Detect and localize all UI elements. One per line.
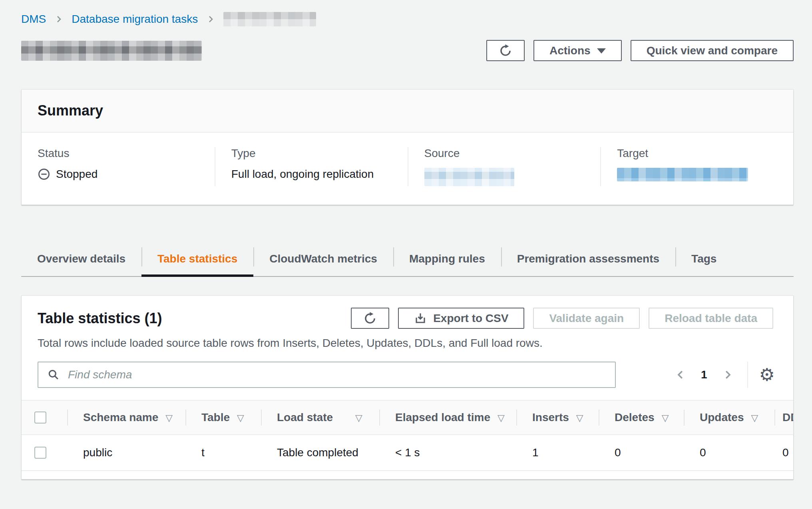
refresh-button[interactable] bbox=[486, 40, 525, 61]
column-header-updates[interactable]: Updates▽ bbox=[684, 400, 774, 435]
reload-label: Reload table data bbox=[665, 312, 757, 325]
reload-table-data-button[interactable]: Reload table data bbox=[649, 308, 773, 329]
breadcrumb: DMS Database migration tasks bbox=[21, 0, 794, 26]
summary-title: Summary bbox=[22, 89, 793, 133]
quick-view-compare-button[interactable]: Quick view and compare bbox=[631, 40, 794, 61]
table-refresh-button[interactable] bbox=[351, 308, 389, 329]
cell-schema-name: public bbox=[67, 435, 185, 471]
gear-icon: ⚙ bbox=[759, 364, 775, 385]
table-statistics-description: Total rows include loaded source table r… bbox=[22, 329, 793, 350]
download-icon bbox=[414, 312, 427, 325]
page-header: Actions Quick view and compare bbox=[21, 40, 794, 61]
column-label: Load state bbox=[277, 411, 333, 424]
chevron-right-icon bbox=[722, 369, 734, 381]
table-header-row: Schema name▽ Table▽ Load state▽ Elapsed … bbox=[22, 400, 793, 435]
summary-target: Target bbox=[600, 147, 793, 186]
dms-task-page: DMS Database migration tasks bbox=[0, 0, 812, 509]
source-endpoint-link-redacted[interactable] bbox=[424, 168, 514, 186]
pagination: 1 bbox=[675, 368, 734, 381]
search-icon bbox=[47, 368, 60, 381]
breadcrumb-chevron-icon bbox=[54, 14, 64, 24]
table-toolbar: 1 ⚙ bbox=[22, 350, 793, 400]
card-bottom-padding bbox=[22, 471, 793, 479]
breadcrumb-chevron-icon bbox=[206, 14, 215, 24]
caret-down-icon bbox=[597, 48, 606, 54]
type-value: Full load, ongoing replication bbox=[231, 168, 396, 181]
validate-label: Validate again bbox=[549, 312, 624, 325]
task-tabs: Overview details Table statistics CloudW… bbox=[21, 242, 794, 277]
status-value: Stopped bbox=[56, 168, 98, 181]
table-statistics-title: Table statistics (1) bbox=[38, 308, 162, 327]
target-endpoint-link-redacted[interactable] bbox=[617, 168, 748, 181]
actions-button-label: Actions bbox=[549, 44, 591, 57]
sort-icon: ▽ bbox=[237, 413, 244, 423]
column-header-load-state[interactable]: Load state▽ bbox=[261, 400, 379, 435]
summary-status: Status Stopped bbox=[22, 147, 215, 186]
sort-icon: ▽ bbox=[498, 413, 505, 423]
search-input[interactable] bbox=[67, 368, 606, 382]
summary-card: Summary Status Stopped bbox=[21, 89, 794, 205]
column-label: Elapsed load time bbox=[395, 411, 490, 424]
tab-premigration-assessments[interactable]: Premigration assessments bbox=[501, 242, 675, 276]
breadcrumb-link-tasks[interactable]: Database migration tasks bbox=[72, 13, 198, 26]
column-header-ddls[interactable]: DDLs bbox=[774, 400, 793, 435]
column-label: DDLs bbox=[782, 411, 793, 424]
quick-view-label: Quick view and compare bbox=[647, 44, 778, 57]
table-row: public t Table completed < 1 s 1 0 0 0 bbox=[22, 435, 793, 471]
breadcrumb-link-dms[interactable]: DMS bbox=[21, 13, 46, 26]
header-buttons: Actions Quick view and compare bbox=[486, 40, 794, 61]
refresh-icon bbox=[363, 311, 377, 326]
column-header-table[interactable]: Table▽ bbox=[185, 400, 261, 435]
summary-type: Type Full load, ongoing replication bbox=[215, 147, 408, 186]
summary-body: Status Stopped Type Full load, ongoing bbox=[22, 133, 793, 205]
type-label: Type bbox=[231, 147, 396, 160]
source-label: Source bbox=[424, 147, 589, 160]
chevron-left-icon bbox=[675, 369, 687, 381]
previous-page-button[interactable] bbox=[675, 369, 687, 381]
table-statistics-card: Table statistics (1) bbox=[21, 295, 794, 479]
stop-icon bbox=[38, 168, 50, 181]
toolbar-divider bbox=[747, 362, 748, 388]
cell-table: t bbox=[185, 435, 261, 471]
row-checkbox[interactable] bbox=[34, 447, 46, 459]
cell-inserts: 1 bbox=[516, 435, 599, 471]
select-all-checkbox[interactable] bbox=[34, 412, 46, 424]
column-label: Inserts bbox=[532, 411, 569, 424]
table-statistics-table: Schema name▽ Table▽ Load state▽ Elapsed … bbox=[22, 400, 793, 471]
column-header-deletes[interactable]: Deletes▽ bbox=[599, 400, 684, 435]
actions-button[interactable]: Actions bbox=[533, 40, 622, 61]
tab-mapping-rules[interactable]: Mapping rules bbox=[393, 242, 501, 276]
column-header-elapsed-load-time[interactable]: Elapsed load time▽ bbox=[379, 400, 516, 435]
sort-icon: ▽ bbox=[576, 413, 583, 423]
sort-icon: ▽ bbox=[751, 413, 758, 423]
breadcrumb-current-redacted bbox=[223, 12, 316, 26]
cell-deletes: 0 bbox=[599, 435, 684, 471]
column-label: Schema name bbox=[83, 411, 158, 424]
column-header-schema-name[interactable]: Schema name▽ bbox=[67, 400, 185, 435]
tab-tags[interactable]: Tags bbox=[675, 242, 732, 276]
tab-table-statistics[interactable]: Table statistics bbox=[141, 242, 253, 276]
sort-icon: ▽ bbox=[165, 413, 173, 423]
column-label: Table bbox=[201, 411, 230, 424]
cell-ddls: 0 bbox=[774, 435, 793, 471]
next-page-button[interactable] bbox=[722, 369, 734, 381]
column-header-inserts[interactable]: Inserts▽ bbox=[516, 400, 599, 435]
status-label: Status bbox=[38, 147, 203, 160]
preferences-button[interactable]: ⚙ bbox=[759, 366, 775, 384]
tab-cloudwatch-metrics[interactable]: CloudWatch metrics bbox=[253, 242, 393, 276]
refresh-icon bbox=[498, 44, 513, 58]
export-to-csv-button[interactable]: Export to CSV bbox=[398, 308, 524, 329]
target-label: Target bbox=[617, 147, 781, 160]
task-name-redacted bbox=[21, 41, 202, 61]
sort-icon: ▽ bbox=[355, 413, 362, 423]
table-statistics-buttons: Export to CSV Validate again Reload tabl… bbox=[351, 308, 773, 329]
column-label: Deletes bbox=[615, 411, 655, 424]
summary-source: Source bbox=[408, 147, 601, 186]
tab-overview-details[interactable]: Overview details bbox=[21, 242, 141, 276]
cell-load-state: Table completed bbox=[261, 435, 379, 471]
sort-icon: ▽ bbox=[662, 413, 669, 423]
validate-again-button[interactable]: Validate again bbox=[533, 308, 640, 329]
column-label: Updates bbox=[700, 411, 744, 424]
current-page-number: 1 bbox=[701, 368, 707, 381]
schema-search-box bbox=[38, 362, 616, 388]
